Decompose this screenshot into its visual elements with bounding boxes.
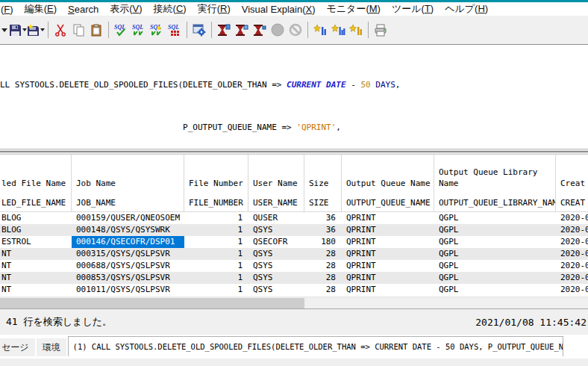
table-cell[interactable]: QGPL: [434, 212, 556, 224]
open-dropdown-button[interactable]: [0, 20, 9, 40]
table-cell[interactable]: 1: [184, 248, 248, 260]
table-cell[interactable]: QPRINT: [342, 236, 434, 248]
monitor-compare-button[interactable]: [347, 20, 365, 40]
save-as-button[interactable]: [27, 20, 45, 40]
menu-search[interactable]: Search: [68, 4, 98, 15]
column-header-spooled-file-name[interactable]: led File NameLED_FILE_NAME: [0, 155, 72, 211]
table-row[interactable]: NT000853/QSYS/QSLPSVR1QSYS28QPRINTQGPL20…: [0, 272, 588, 284]
table-cell[interactable]: 28: [304, 272, 342, 284]
column-header-output-queue-name[interactable]: Output Queue NameOUTPUT_QUEUE_NAME: [342, 155, 434, 211]
table-cell[interactable]: QUSER: [248, 212, 304, 224]
table-row[interactable]: BLOG000148/QSYS/QSYSWRK1QSYS36QPRINTQGPL…: [0, 224, 588, 236]
table-cell[interactable]: QPRINT: [342, 284, 434, 296]
results-grid[interactable]: BLOG000159/QUSER/QNEOSOEM1QUSER36QPRINTQ…: [0, 212, 588, 297]
jdbc-configuration-button[interactable]: [190, 20, 208, 40]
table-cell[interactable]: 1: [184, 272, 248, 284]
tab-result-1[interactable]: (1) CALL SYSTOOLS.DELETE_OLD_SPOOLED_FIL…: [68, 336, 563, 356]
paste-button[interactable]: [87, 20, 105, 40]
column-header-output-queue-library-name[interactable]: Output Queue Library NameOUTPUT_QUEUE_LI…: [434, 155, 556, 211]
table-cell[interactable]: QGPL: [434, 224, 556, 236]
tab-environment[interactable]: 環境: [37, 338, 66, 356]
table-cell[interactable]: 1: [184, 236, 248, 248]
table-cell[interactable]: 1: [184, 260, 248, 272]
table-cell[interactable]: QPRINT: [342, 248, 434, 260]
table-cell[interactable]: 000315/QSYS/QSLPSVR: [72, 248, 184, 260]
table-cell[interactable]: QSYS: [248, 272, 304, 284]
table-cell[interactable]: 2020-0: [556, 260, 588, 272]
table-cell[interactable]: QPRINT: [342, 260, 434, 272]
menu-connection[interactable]: 接続(C): [154, 2, 187, 16]
menu-file[interactable]: (F): [1, 4, 13, 15]
table-cell[interactable]: NT: [0, 260, 72, 272]
table-cell[interactable]: QGPL: [434, 284, 556, 296]
table-row[interactable]: NT001011/QSYS/QSLPSVR1QSYS28QPRINTQGPL20…: [0, 284, 588, 296]
table-cell[interactable]: 2020-0: [556, 272, 588, 284]
scrollbar-thumb[interactable]: [0, 298, 304, 308]
table-cell[interactable]: QPRINT: [342, 212, 434, 224]
table-cell[interactable]: QGPL: [434, 260, 556, 272]
monitor-performance-button[interactable]: [311, 20, 329, 40]
table-cell[interactable]: 2020-0: [556, 212, 588, 224]
save-button[interactable]: [9, 20, 27, 40]
table-cell[interactable]: QGPL: [434, 272, 556, 284]
menu-tools[interactable]: ツール(T): [392, 2, 434, 16]
sql-syntax-check-button[interactable]: SQL: [112, 20, 130, 40]
table-cell[interactable]: 000853/QSYS/QSLPSVR: [72, 272, 184, 284]
print-button[interactable]: [372, 20, 390, 40]
sql-run-from-selected-button[interactable]: SQL: [148, 20, 166, 40]
table-row[interactable]: ESTROL000146/QSECOFR/DSP011QSECOFR180QPR…: [0, 236, 588, 248]
menu-edit[interactable]: 編集(E): [25, 2, 57, 16]
column-header-size[interactable]: SizeSIZE: [304, 155, 342, 211]
table-cell[interactable]: 000688/QSYS/QSLPSVR: [72, 260, 184, 272]
table-row[interactable]: BLOG000159/QUSER/QNEOSOEM1QUSER36QPRINTQ…: [0, 212, 588, 224]
table-cell[interactable]: BLOG: [0, 224, 72, 236]
table-row[interactable]: NT000688/QSYS/QSLPSVR1QSYS28QPRINTQGPL20…: [0, 260, 588, 272]
table-cell[interactable]: 000159/QUSER/QNEOSOEM: [72, 212, 184, 224]
table-cell[interactable]: 2020-0: [556, 224, 588, 236]
table-cell[interactable]: 1: [184, 212, 248, 224]
table-cell[interactable]: 1: [184, 224, 248, 236]
menu-monitor[interactable]: モニター(M): [327, 2, 381, 16]
table-cell[interactable]: 001011/QSYS/QSLPSVR: [72, 284, 184, 296]
column-header-creation[interactable]: CreatCREAT: [556, 155, 588, 211]
table-cell[interactable]: QPRINT: [342, 224, 434, 236]
table-cell[interactable]: QSYS: [248, 260, 304, 272]
table-cell[interactable]: QSYS: [248, 224, 304, 236]
visual-explain-statement-button[interactable]: [251, 20, 269, 40]
table-cell[interactable]: QSYS: [248, 248, 304, 260]
pane-splitter[interactable]: [0, 149, 588, 154]
horizontal-scrollbar[interactable]: [0, 297, 588, 308]
table-cell[interactable]: BLOG: [0, 212, 72, 224]
sql-run-selected-button[interactable]: SQL: [166, 20, 184, 40]
table-cell[interactable]: 2020-0: [556, 284, 588, 296]
table-cell[interactable]: NT: [0, 284, 72, 296]
menu-view[interactable]: 表示(V): [110, 2, 142, 16]
table-cell[interactable]: ESTROL: [0, 236, 72, 248]
column-header-job-name[interactable]: Job NameJOB_NAME: [72, 155, 184, 211]
table-cell[interactable]: 36: [304, 212, 342, 224]
table-cell[interactable]: 28: [304, 260, 342, 272]
menu-run[interactable]: 実行(R): [198, 2, 231, 16]
menu-help[interactable]: ヘルプ(H): [445, 2, 488, 16]
table-cell[interactable]: 36: [304, 224, 342, 236]
table-cell[interactable]: QSECOFR: [248, 236, 304, 248]
column-header-file-number[interactable]: File NumberFILE_NUMBER: [184, 155, 248, 211]
sql-editor[interactable]: LL SYSTOOLS.DELETE_OLD_SPOOLED_FILES(DEL…: [0, 45, 588, 153]
table-cell[interactable]: QPRINT: [342, 272, 434, 284]
table-cell[interactable]: 2020-0: [556, 248, 588, 260]
table-cell[interactable]: 000148/QSYS/QSYSWRK: [72, 224, 184, 236]
menu-visual-explain[interactable]: Visual Explain(X): [242, 4, 316, 15]
table-cell[interactable]: 28: [304, 284, 342, 296]
sql-run-all-button[interactable]: SQL: [130, 20, 148, 40]
tab-messages[interactable]: セージ: [0, 338, 35, 356]
cut-button[interactable]: [51, 20, 69, 40]
visual-explain-run-button[interactable]: [215, 20, 233, 40]
table-cell[interactable]: QGPL: [434, 236, 556, 248]
table-cell[interactable]: 180: [304, 236, 342, 248]
column-header-user-name[interactable]: User NameUSER_NAME: [248, 155, 304, 211]
table-cell[interactable]: 000146/QSECOFR/DSP01: [72, 236, 184, 248]
table-cell[interactable]: QGPL: [434, 248, 556, 260]
table-cell[interactable]: NT: [0, 272, 72, 284]
table-cell[interactable]: NT: [0, 248, 72, 260]
table-cell[interactable]: 1: [184, 284, 248, 296]
